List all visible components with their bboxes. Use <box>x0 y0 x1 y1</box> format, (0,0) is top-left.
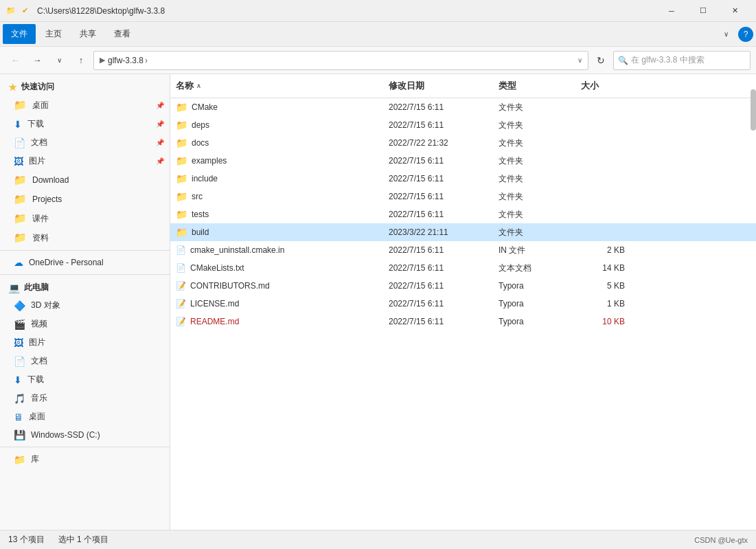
sidebar-item-courseware[interactable]: 📁 课件 <box>0 209 170 228</box>
sidebar-item-label: 文档 <box>31 355 47 367</box>
file-row[interactable]: 📝README.md 2022/7/15 6:11 Typora 10 KB <box>170 313 756 330</box>
this-pc-label: 此电脑 <box>24 282 49 293</box>
col-size-header[interactable]: 大小 <box>575 77 630 95</box>
col-date-header[interactable]: 修改日期 <box>383 77 493 95</box>
pictures-icon: 🖼 <box>14 156 23 167</box>
library-icon: 📁 <box>14 454 25 465</box>
folder-icon: 📁 <box>176 137 187 148</box>
sidebar-item-library[interactable]: 📁 库 <box>0 450 170 469</box>
file-list-header: 名称 ∧ 修改日期 类型 大小 <box>170 74 756 98</box>
folder-icon: 📁 <box>176 102 187 113</box>
menu-file[interactable]: 文件 <box>3 24 36 44</box>
minimize-button[interactable]: ─ <box>656 0 687 22</box>
file-row[interactable]: 📁tests 2022/7/15 6:11 文件夹 <box>170 205 756 223</box>
video-icon: 🎬 <box>14 319 25 330</box>
folder-icon: 📁 <box>176 227 187 238</box>
file-row[interactable]: 📁CMake 2022/7/15 6:11 文件夹 <box>170 98 756 116</box>
file-row[interactable]: 📄CMakeLists.txt 2022/7/15 6:11 文本文档 14 K… <box>170 259 756 277</box>
up-button[interactable]: ↑ <box>71 51 91 70</box>
sidebar-item-desktop[interactable]: 📁 桌面 📌 <box>0 96 170 115</box>
address-path-icon: ▶ <box>100 56 105 65</box>
download2-icon: ⬇ <box>14 374 22 385</box>
sidebar-item-download-folder[interactable]: 📁 Download <box>0 170 170 190</box>
forward-button[interactable]: → <box>27 51 47 70</box>
onedrive-icon: ☁ <box>14 257 23 268</box>
file-row[interactable]: 📄cmake_uninstall.cmake.in 2022/7/15 6:11… <box>170 241 756 259</box>
sidebar-item-projects[interactable]: 📁 Projects <box>0 190 170 209</box>
sidebar-item-documents[interactable]: 📄 文档 📌 <box>0 133 170 152</box>
sidebar-item-windows-ssd[interactable]: 💾 Windows-SSD (C:) <box>0 426 170 444</box>
menu-expand-button[interactable]: ∨ <box>716 25 735 44</box>
sidebar-item-videos[interactable]: 🎬 视频 <box>0 315 170 333</box>
selected-count: 选中 1 个项目 <box>58 534 108 546</box>
sidebar-item-onedrive[interactable]: ☁ OneDrive - Personal <box>0 254 170 271</box>
title-bar-icons: 📁 ✔ <box>5 5 30 16</box>
search-box[interactable]: 🔍 在 glfw-3.3.8 中搜索 <box>613 51 751 70</box>
address-box[interactable]: ▶ glfw-3.3.8 › ∨ <box>93 51 588 70</box>
main-content: ★ 快速访问 📁 桌面 📌 ⬇ 下载 📌 📄 文档 📌 🖼 图片 📌 📁 Dow… <box>0 74 756 530</box>
desktop-icon: 🖥 <box>14 412 23 423</box>
watermark: CSDN @Ue-gtx <box>694 536 748 544</box>
md-icon: 📝 <box>176 299 186 309</box>
close-button[interactable]: ✕ <box>719 0 751 22</box>
sidebar-item-pictures[interactable]: 🖼 图片 📌 <box>0 152 170 170</box>
title-bar-controls: ─ ☐ ✕ <box>656 0 751 22</box>
sort-arrow-icon: ∧ <box>196 82 201 89</box>
status-bar: 13 个项目 选中 1 个项目 CSDN @Ue-gtx <box>0 530 756 549</box>
this-pc-header: 💻 此电脑 <box>0 278 170 296</box>
pc-icon: 💻 <box>8 282 20 293</box>
sidebar-item-materials[interactable]: 📁 资料 <box>0 228 170 247</box>
title-bar-path: C:\Users\81228\Desktop\glfw-3.3.8 <box>37 6 652 16</box>
sidebar-item-label: 资料 <box>32 232 49 244</box>
menu-share[interactable]: 共享 <box>71 24 104 44</box>
sidebar: ★ 快速访问 📁 桌面 📌 ⬇ 下载 📌 📄 文档 📌 🖼 图片 📌 📁 Dow… <box>0 74 170 530</box>
col-type-header[interactable]: 类型 <box>493 77 575 95</box>
sidebar-item-images[interactable]: 🖼 图片 <box>0 333 170 352</box>
doc-icon: 📄 <box>14 356 25 367</box>
sidebar-item-3d[interactable]: 🔷 3D 对象 <box>0 296 170 315</box>
address-dropdown-arrow[interactable]: ∨ <box>577 56 582 64</box>
quick-access-icon: ★ <box>8 82 17 93</box>
folder-icon: 📁 <box>176 191 187 202</box>
menu-view[interactable]: 查看 <box>106 24 139 44</box>
file-row[interactable]: 📁deps 2022/7/15 6:11 文件夹 <box>170 116 756 134</box>
address-bar: ← → ∨ ↑ ▶ glfw-3.3.8 › ∨ ↻ 🔍 在 glfw-3.3.… <box>0 47 756 74</box>
pin-icon: 📌 <box>156 139 164 146</box>
sidebar-item-music[interactable]: 🎵 音乐 <box>0 389 170 407</box>
file-row[interactable]: 📁examples 2022/7/15 6:11 文件夹 <box>170 152 756 170</box>
sidebar-item-downloads2[interactable]: ⬇ 下载 <box>0 370 170 389</box>
divider <box>0 274 170 275</box>
sidebar-item-label: OneDrive - Personal <box>29 258 104 267</box>
title-bar: 📁 ✔ C:\Users\81228\Desktop\glfw-3.3.8 ─ … <box>0 0 756 22</box>
divider <box>0 447 170 447</box>
col-name-header[interactable]: 名称 ∧ <box>170 77 383 95</box>
sidebar-item-desktop2[interactable]: 🖥 桌面 <box>0 407 170 426</box>
folder-icon: 📁 <box>5 5 16 16</box>
download-icon: ⬇ <box>14 119 22 130</box>
pin-icon: 📌 <box>156 120 164 128</box>
file-row[interactable]: 📁docs 2022/7/22 21:32 文件夹 <box>170 134 756 152</box>
check-icon: ✔ <box>19 5 30 16</box>
menu-bar: 文件 主页 共享 查看 ∨ ? <box>0 22 756 47</box>
sidebar-item-downloads[interactable]: ⬇ 下载 📌 <box>0 115 170 133</box>
file-row[interactable]: 📝LICENSE.md 2022/7/15 6:11 Typora 1 KB <box>170 295 756 313</box>
help-button[interactable]: ? <box>738 27 753 42</box>
back-button[interactable]: ← <box>5 51 25 70</box>
sidebar-item-label: 下载 <box>27 118 44 130</box>
file-row-selected[interactable]: 📁build 2023/3/22 21:11 文件夹 <box>170 223 756 241</box>
search-icon: 🔍 <box>618 56 628 65</box>
file-row[interactable]: 📁include 2022/7/15 6:11 文件夹 <box>170 170 756 188</box>
sidebar-item-docs2[interactable]: 📄 文档 <box>0 352 170 370</box>
sidebar-item-label: 图片 <box>29 155 45 167</box>
restore-button[interactable]: ☐ <box>687 0 719 22</box>
dropdown-recent-button[interactable]: ∨ <box>49 51 69 70</box>
file-row[interactable]: 📁src 2022/7/15 6:11 文件夹 <box>170 188 756 205</box>
file-row[interactable]: 📝CONTRIBUTORS.md 2022/7/15 6:11 Typora 5… <box>170 277 756 295</box>
md-icon: 📝 <box>176 281 186 291</box>
sidebar-item-label: 桌面 <box>29 411 45 423</box>
refresh-button[interactable]: ↻ <box>591 51 610 70</box>
file-list: 名称 ∧ 修改日期 类型 大小 📁CMake 2022/7/15 6:11 文件… <box>170 74 756 530</box>
quick-access-header: ★ 快速访问 <box>0 77 170 96</box>
image-icon: 🖼 <box>14 337 23 348</box>
menu-home[interactable]: 主页 <box>37 24 70 44</box>
